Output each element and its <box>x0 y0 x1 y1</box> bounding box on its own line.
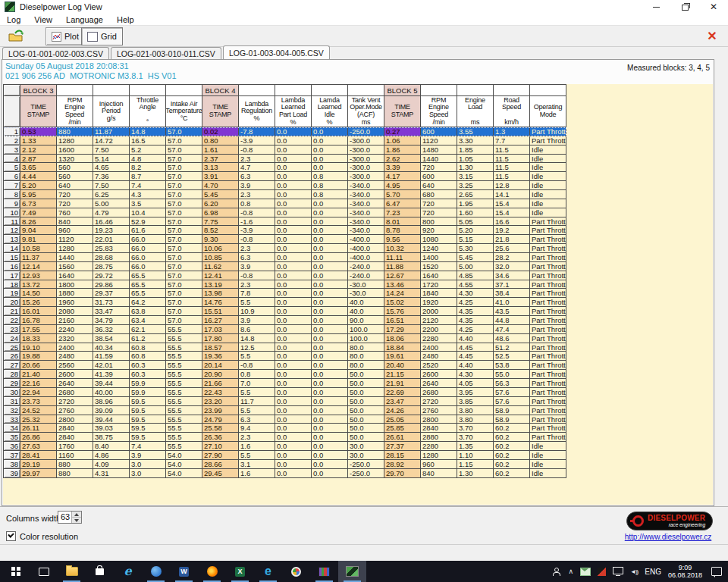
grid-cell[interactable]: 2.65 <box>457 190 494 199</box>
grid-cell[interactable]: 2.3 <box>239 433 275 442</box>
grid-cell[interactable]: 57.0 <box>166 244 202 253</box>
grid-cell[interactable]: 27.10 <box>202 442 239 451</box>
grid-cell[interactable]: 13.46 <box>384 280 421 289</box>
grid-cell[interactable]: 0.0 <box>275 163 312 172</box>
grid-cell[interactable]: 26.11 <box>20 424 57 433</box>
grid-cell[interactable]: 50.0 <box>348 415 384 424</box>
grid-cell[interactable]: 2280 <box>421 334 457 343</box>
row-number[interactable]: 9 <box>4 199 20 208</box>
grid-cell[interactable]: 28.41 <box>20 451 57 460</box>
grid-cell[interactable]: 0.53 <box>20 127 57 136</box>
grid-cell[interactable]: 3.70 <box>457 433 494 442</box>
grid-cell[interactable]: 15.4 <box>494 199 530 208</box>
grid-cell[interactable]: 25.05 <box>384 415 421 424</box>
grid-cell[interactable]: Idle <box>530 172 566 181</box>
grid-cell[interactable]: 16.51 <box>384 316 421 325</box>
grid-cell[interactable]: Part Throttle <box>530 262 566 271</box>
grid-cell[interactable]: 0.0 <box>275 289 312 298</box>
grid-cell[interactable]: 0.0 <box>275 469 312 478</box>
grid-cell[interactable]: 63.8 <box>130 307 166 316</box>
grid-cell[interactable]: 1480 <box>421 146 457 155</box>
grid-cell[interactable]: 22.43 <box>202 388 239 397</box>
grid-cell[interactable]: -0.8 <box>239 235 275 244</box>
grid-cell[interactable]: 28.2 <box>494 253 530 262</box>
grid-cell[interactable]: 9.56 <box>384 235 421 244</box>
grid-cell[interactable]: 7.50 <box>93 181 130 190</box>
grid-cell[interactable]: 0.0 <box>312 424 348 433</box>
row-number[interactable]: 18 <box>4 280 20 289</box>
grid-cell[interactable]: 54.0 <box>166 451 202 460</box>
grid-cell[interactable]: 66.0 <box>130 244 166 253</box>
grid-cell[interactable]: 720 <box>57 190 93 199</box>
row-number[interactable]: 21 <box>4 307 20 316</box>
restore-button[interactable] <box>670 0 699 14</box>
grid-cell[interactable]: Part Throttle <box>530 127 566 136</box>
grid-cell[interactable]: 0.0 <box>275 146 312 155</box>
grid-cell[interactable]: 6.20 <box>202 199 239 208</box>
grid-cell[interactable]: 880 <box>57 127 93 136</box>
grid-cell[interactable]: 0.0 <box>275 316 312 325</box>
grid-cell[interactable]: 80.0 <box>348 361 384 370</box>
grid-cell[interactable]: 11.88 <box>384 262 421 271</box>
row-number[interactable]: 5 <box>4 163 20 172</box>
grid-cell[interactable]: Idle <box>530 442 566 451</box>
grid-cell[interactable]: 32.0 <box>494 262 530 271</box>
grid-cell[interactable]: 20.90 <box>202 370 239 379</box>
grid-cell[interactable]: 25.83 <box>93 244 130 253</box>
grid-cell[interactable]: 3.9 <box>239 316 275 325</box>
grid-cell[interactable]: 1.30 <box>457 469 494 478</box>
row-number[interactable]: 26 <box>4 352 20 361</box>
grid-cell[interactable]: 41.39 <box>93 370 130 379</box>
grid-cell[interactable]: 6.47 <box>384 199 421 208</box>
grid-cell[interactable]: 1120 <box>57 235 93 244</box>
grid-cell[interactable]: 0.0 <box>312 388 348 397</box>
row-number[interactable]: 30 <box>4 388 20 397</box>
grid-cell[interactable]: 1.95 <box>457 199 494 208</box>
grid-cell[interactable]: 0.0 <box>312 307 348 316</box>
grid-cell[interactable]: 2600 <box>421 370 457 379</box>
grid-cell[interactable]: 28.75 <box>93 262 130 271</box>
grid-cell[interactable]: Part Throttle <box>530 280 566 289</box>
grid-cell[interactable]: 720 <box>421 199 457 208</box>
grid-cell[interactable]: 26.86 <box>20 433 57 442</box>
grid-cell[interactable]: -3.9 <box>239 136 275 146</box>
grid-cell[interactable]: 55.5 <box>166 388 202 397</box>
grid-cell[interactable]: 57.0 <box>166 181 202 190</box>
grid-cell[interactable]: 0.8 <box>312 181 348 190</box>
grid-cell[interactable]: 57.0 <box>166 127 202 136</box>
grid-cell[interactable]: Idle <box>530 146 566 155</box>
grid-cell[interactable]: 0.0 <box>312 289 348 298</box>
grid-cell[interactable]: 800 <box>421 217 457 227</box>
grid-cell[interactable]: 10.4 <box>130 208 166 217</box>
taskbar-item-paint[interactable] <box>282 561 310 582</box>
grid-cell[interactable]: 0.80 <box>202 136 239 146</box>
grid-cell[interactable]: 7.7 <box>494 136 530 146</box>
grid-cell[interactable]: 11.87 <box>93 127 130 136</box>
grid-cell[interactable]: 20.66 <box>20 361 57 370</box>
grid-cell[interactable]: 4.44 <box>20 172 57 181</box>
menu-view[interactable]: View <box>27 15 59 24</box>
grid-cell[interactable]: 0.0 <box>275 433 312 442</box>
grid-cell[interactable]: 3.91 <box>202 172 239 181</box>
grid-cell[interactable]: 0.0 <box>275 334 312 343</box>
grid-cell[interactable]: 1920 <box>421 298 457 307</box>
grid-cell[interactable]: 21.15 <box>384 370 421 379</box>
menu-help[interactable]: Help <box>110 15 141 24</box>
grid-cell[interactable]: 0.0 <box>312 460 348 469</box>
grid-cell[interactable]: Part Throttle <box>530 298 566 307</box>
grid-cell[interactable]: 55.5 <box>166 343 202 352</box>
row-number[interactable]: 8 <box>4 190 20 199</box>
grid-cell[interactable]: 80.0 <box>348 343 384 352</box>
grid-cell[interactable]: 7.4 <box>130 181 166 190</box>
grid-cell[interactable]: -400.0 <box>348 244 384 253</box>
grid-cell[interactable]: Part Throttle <box>530 415 566 424</box>
grid-cell[interactable]: -250.0 <box>348 460 384 469</box>
row-number[interactable]: 4 <box>4 155 20 164</box>
grid-cell[interactable]: 9.30 <box>202 235 239 244</box>
grid-cell[interactable]: 2160 <box>57 316 93 325</box>
grid-cell[interactable]: 760 <box>57 208 93 217</box>
grid-cell[interactable]: Part Throttle <box>530 361 566 370</box>
grid-cell[interactable]: 59.5 <box>130 415 166 424</box>
grid-cell[interactable]: 720 <box>421 208 457 217</box>
row-number[interactable]: 37 <box>4 451 20 460</box>
